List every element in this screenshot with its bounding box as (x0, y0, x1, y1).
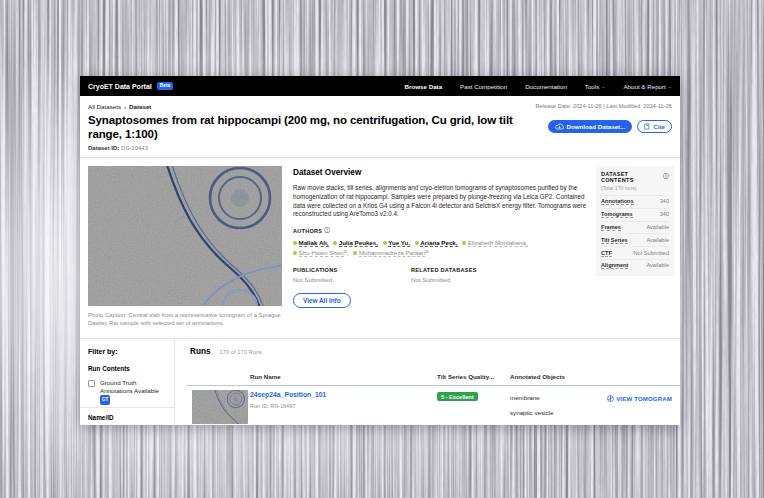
breadcrumb-all-datasets[interactable]: All Datasets (88, 103, 121, 110)
runs-header: Runs 170 of 170 Runs (190, 347, 262, 356)
cryoet-portal-window: CryoET Data Portal Beta Browse Data Past… (80, 76, 680, 425)
related-databases-col: RELATED DATABASES Not Submitted (411, 267, 529, 283)
breadcrumb-current: Dataset (129, 103, 151, 110)
contents-label[interactable]: CTF (601, 250, 612, 257)
section-divider (80, 338, 680, 339)
nav-tools-label: Tools (585, 83, 599, 90)
authors-label-row: AUTHORS ⓘ (293, 228, 589, 234)
column-tilt-series-quality[interactable]: Tilt Series Quality... (437, 373, 494, 380)
contents-row-tomograms: Tomograms 340 (601, 208, 669, 221)
page-title: Synaptosomes from rat hippocampi (200 mg… (88, 114, 540, 141)
contents-value: 340 (660, 211, 669, 217)
contents-label[interactable]: Frames (601, 224, 621, 231)
release-dates: Release Date: 2024-11-26 | Last Modified… (535, 103, 672, 109)
runs-title: Runs (190, 347, 210, 356)
contents-label[interactable]: Alignment (601, 262, 628, 269)
ground-truth-checkbox[interactable] (88, 380, 95, 387)
cite-button[interactable]: Cite (637, 120, 672, 133)
author[interactable]: Elizabeth Montabana, (462, 239, 527, 246)
info-icon[interactable]: ⓘ (663, 174, 669, 180)
orcid-icon (293, 251, 297, 255)
view-all-info-button[interactable]: View All Info (293, 293, 351, 308)
publications-col: PUBLICATIONS Not Submitted (293, 267, 411, 283)
view-tomogram-button[interactable]: VIEW TOMOGRAM (607, 395, 672, 402)
overview-description: Raw movie stacks, tilt series, alignment… (293, 184, 589, 219)
nav-documentation[interactable]: Documentation (525, 83, 567, 90)
nav-tools[interactable]: Tools ⌄ (585, 83, 606, 90)
contents-label[interactable]: Tomograms (601, 211, 633, 218)
overview-heading: Dataset Overview (293, 168, 589, 177)
dataset-id-value: DS-10443 (121, 145, 148, 151)
runs-count: 170 of 170 Runs (219, 349, 262, 355)
contents-value: Available (646, 237, 669, 243)
contents-heading: DATASET CONTENTS (601, 171, 661, 183)
contents-value: 340 (660, 198, 669, 204)
contents-heading-row: DATASET CONTENTS ⓘ (601, 171, 669, 183)
author-separator: , (347, 249, 349, 256)
title-actions: Download Dataset... Cite (548, 120, 673, 133)
related-databases-value: Not Submitted (411, 276, 529, 283)
contents-label[interactable]: Tilt Series (601, 237, 628, 244)
gt-badge: GT (100, 395, 110, 404)
dataset-key-photo[interactable] (88, 166, 282, 306)
contents-value: Available (646, 262, 669, 268)
header-divider (80, 157, 680, 158)
run-id: Run ID: RN-16497 (250, 403, 295, 409)
cite-label: Cite (653, 123, 665, 130)
brand-title[interactable]: CryoET Data Portal (88, 83, 152, 90)
nav-browse-data[interactable]: Browse Data (405, 83, 442, 90)
run-contents-label: Run Contents (88, 365, 130, 372)
author[interactable]: Yue Yu, (383, 239, 410, 246)
sidebar-divider (174, 338, 175, 425)
nav-about-report[interactable]: About & Report ⌄ (623, 83, 672, 90)
orcid-icon (383, 241, 387, 245)
chevron-down-icon: ⌄ (668, 84, 672, 89)
download-dataset-button[interactable]: Download Dataset... (548, 120, 633, 133)
filter-name-id[interactable]: Name/ID (88, 414, 114, 421)
orcid-icon (415, 241, 419, 245)
annotated-object: membrane (510, 394, 540, 401)
annotated-object: synaptic vesicle (510, 409, 553, 416)
main-nav: Browse Data Past Competition Documentati… (405, 83, 672, 90)
beta-badge: Beta (157, 82, 173, 90)
author[interactable]: Julia Peukes, (333, 239, 378, 246)
nav-past-competition[interactable]: Past Competition (460, 83, 507, 90)
run-thumbnail[interactable] (192, 390, 248, 424)
author[interactable]: Mohammadreza Paraan⧉ (353, 249, 428, 256)
contents-row-ctf: CTF Not Submitted (601, 246, 669, 259)
chevron-down-icon: ⌄ (601, 84, 605, 89)
dataset-contents-panel: DATASET CONTENTS ⓘ (Total 170 runs) Anno… (596, 166, 674, 276)
contents-value: Available (646, 224, 669, 230)
column-annotated-objects[interactable]: Annotated Objects (510, 373, 565, 380)
download-label: Download Dataset... (567, 123, 626, 130)
filter-by-heading: Filter by: (88, 348, 118, 355)
contents-subtitle: (Total 170 runs) (601, 185, 669, 191)
tomogram-axes-icon (607, 395, 614, 402)
orcid-icon (462, 241, 466, 245)
contents-label[interactable]: Annotations (601, 198, 634, 205)
photo-caption: Photo Caption: Central slab from a repre… (88, 312, 294, 327)
table-header-underline (186, 385, 680, 386)
filter-divider (80, 407, 174, 408)
top-nav-bar: CryoET Data Portal Beta Browse Data Past… (80, 76, 680, 96)
cite-book-icon (644, 123, 650, 130)
author[interactable]: Shu-Hsien Sheu⧉, (293, 249, 349, 256)
download-cloud-icon (555, 123, 564, 130)
author[interactable]: Mallak Ali, (293, 239, 329, 246)
breadcrumb-separator: › (124, 103, 126, 110)
contents-value: Not Submitted (634, 250, 669, 256)
related-databases-label: RELATED DATABASES (411, 267, 477, 273)
contents-row-frames: Frames Available (601, 221, 669, 234)
ground-truth-checkbox-label[interactable]: Ground Truth Annotations Available GT (100, 379, 168, 405)
run-name-link[interactable]: 24sep24a_Position_101 (250, 391, 326, 398)
dataset-overview-section: Dataset Overview Raw movie stacks, tilt … (293, 168, 589, 308)
breadcrumb: All Datasets › Dataset (88, 103, 151, 110)
dataset-id-label: Dataset ID: (88, 145, 119, 151)
contents-row-alignment: Alignment Available (601, 259, 669, 272)
info-icon[interactable]: ⓘ (324, 228, 330, 234)
author[interactable]: Ariana Peck, (415, 239, 458, 246)
quality-badge: 5 - Excellent (437, 392, 478, 401)
column-run-name[interactable]: Run Name (250, 373, 281, 380)
authors-list: Mallak Ali, Julia Peukes, Yue Yu, Ariana… (293, 238, 589, 257)
checkbox-label-text: Ground Truth Annotations Available (100, 379, 159, 394)
